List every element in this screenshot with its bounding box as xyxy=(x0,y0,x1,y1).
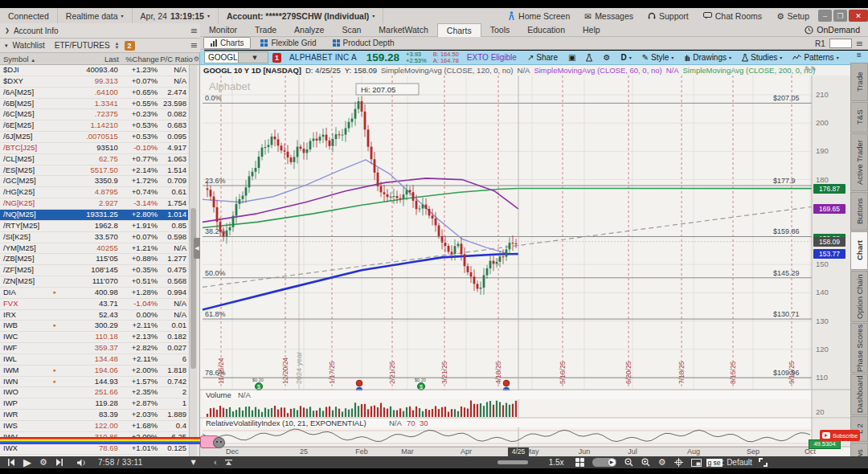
menu-item[interactable]: Education xyxy=(518,23,574,36)
alert-flag-badge[interactable]: 1 xyxy=(272,53,281,63)
menu-item[interactable]: Tools xyxy=(481,23,519,36)
menu-item[interactable]: Help xyxy=(574,23,609,36)
realtime-data-menu[interactable]: Realtime data▾ xyxy=(58,8,133,23)
watchlist-row[interactable]: /ZF[M25] 108'145 +0.35% 0.475 xyxy=(0,265,188,276)
drawings-button[interactable]: Drawings▾ xyxy=(684,53,731,62)
restore-button[interactable]: ❐ xyxy=(833,10,847,22)
watchlist-row[interactable]: /NG[K25] 2.927 -3.14% 1.754 xyxy=(0,198,188,210)
watchlist-row[interactable]: DIA ● 400.98 +1.28% 0.994 xyxy=(0,288,188,299)
scroll-to-latest-icon[interactable] xyxy=(225,460,232,466)
gadget-tab[interactable]: Buttons xyxy=(850,192,868,231)
play-button[interactable]: ▶ xyxy=(23,456,31,468)
menu-item[interactable]: Trade xyxy=(246,23,285,36)
close-button[interactable]: ✕ xyxy=(849,10,868,22)
col-change[interactable]: %Change xyxy=(119,55,159,63)
crosshair-target-icon[interactable] xyxy=(674,458,683,467)
columns-gear-icon[interactable]: ⚙ xyxy=(194,55,199,63)
minimize-button[interactable]: – xyxy=(818,10,832,22)
section-menu-icon[interactable]: ≡ xyxy=(190,26,198,36)
account-info-header[interactable]: ❯ Account Info ≡ xyxy=(0,23,204,39)
menu-item[interactable]: Charts xyxy=(437,23,481,37)
gadget-tab[interactable]: Active Trader xyxy=(850,133,868,191)
timeframe-button[interactable]: D▾ xyxy=(620,53,631,62)
chart-edit-icons[interactable]: ✎✎ xyxy=(805,65,817,73)
watchlist-row[interactable]: /HG[K25] 4.8795 +0.74% 0.61 xyxy=(0,187,188,198)
watchlist-row[interactable]: /NQ[M25] 19331.25 +2.80% 1.014 xyxy=(0,210,188,221)
gadget-tab[interactable]: Option Chain xyxy=(850,271,868,322)
share-button[interactable]: ↗Share xyxy=(527,53,558,62)
chart-hscrollbar[interactable] xyxy=(497,460,528,464)
gadget-tab[interactable]: T&S xyxy=(850,102,868,133)
watchlist-menu-icon[interactable]: ≡ xyxy=(190,40,198,51)
watchlist-row[interactable]: /ZB[M25] 115'05 +0.88% 1.277 xyxy=(0,254,188,265)
sort-spinner-icon[interactable]: ▲▼ xyxy=(115,42,120,50)
watchlist-row[interactable]: IWR 83.39 +2.03% 1.889 xyxy=(0,410,188,421)
watchlist-scrollbar[interactable] xyxy=(189,65,197,468)
menu-item[interactable]: Monitor xyxy=(200,23,246,36)
tab-flexible-grid[interactable]: Flexible Grid xyxy=(254,38,322,48)
watchlist-row[interactable]: IRX 52.43 0.00% N/A xyxy=(0,310,188,321)
fullscreen-icon[interactable] xyxy=(759,458,768,467)
col-last[interactable]: Last xyxy=(48,55,119,63)
zoom-out-icon[interactable] xyxy=(624,458,633,467)
watchlist-row[interactable]: IWO 251.66 +2.35% 2 xyxy=(0,387,188,398)
watchlist-row[interactable]: IWP 119.28 +2.87% 1 xyxy=(0,398,188,410)
watchlist-row[interactable]: /SI[K25] 33.570 +0.07% 0.598 xyxy=(0,232,188,243)
video-scrubber-cat[interactable] xyxy=(200,434,224,448)
symbol-dropdown-icon[interactable]: ▼ xyxy=(238,52,268,63)
symbol-input[interactable]: GOOGL▼ xyxy=(204,51,268,63)
messages-button[interactable]: ✉Messages xyxy=(577,8,641,23)
player-settings-gear-icon[interactable]: ⚙ xyxy=(39,457,47,468)
watchlist-row[interactable]: /6E[M25] 1.14210 +0.53% 0.683 xyxy=(0,121,188,132)
corporate-actions-icon[interactable]: ▣ xyxy=(568,53,575,62)
watchlist-row[interactable]: /CL[M25] 62.75 +0.77% 1.063 xyxy=(0,154,188,165)
watchlist-row[interactable]: /6J[M25] .0070515 +0.53% 0.095 xyxy=(0,132,188,143)
chart-settings-gear-icon[interactable]: ⚙ xyxy=(603,53,610,62)
watchlist-row[interactable]: /GC[M25] 3350.9 +1.72% 0.709 xyxy=(0,176,188,187)
drawing-set-fragment[interactable]: g se xyxy=(706,459,723,467)
autoplay-toggle[interactable]: ▶ xyxy=(592,458,616,467)
tab-charts[interactable]: Charts xyxy=(203,37,251,49)
quick-study-icon[interactable] xyxy=(586,54,592,62)
volume-icon[interactable] xyxy=(77,459,87,467)
watchlist-row[interactable]: IWB ● 300.29 +2.11% 0.01 xyxy=(0,321,188,332)
alert-count-badge[interactable]: 2 xyxy=(125,41,135,51)
video-progress-rainbow[interactable] xyxy=(0,437,203,444)
account-selector[interactable]: Account: *****279SCHW (Individual)▾ xyxy=(219,8,383,23)
watchlist-row[interactable]: /BTC[J25] 93510 -0.10% 4.917 xyxy=(0,143,188,154)
watchlist-row[interactable]: IWC 110.18 +2.13% 0.182 xyxy=(0,332,188,343)
chart-area[interactable]: 210200190180150140130120110202024 year11… xyxy=(200,76,850,456)
menu-item[interactable]: MarketWatch xyxy=(370,23,436,36)
menu-item[interactable]: Analyze xyxy=(285,23,333,36)
chat-rooms-button[interactable]: Chat Rooms xyxy=(696,8,769,23)
subscribe-button[interactable]: Subscribe xyxy=(820,430,860,441)
watchlist-row[interactable]: /RTY[M25] 1962.8 +1.91% 0.85 xyxy=(0,221,188,232)
grid-layout-icon[interactable] xyxy=(575,458,584,467)
watchlist-row[interactable]: /6A[M25] .64100 +0.65% 2.474 xyxy=(0,88,188,99)
layout-menu-icon[interactable]: ≡ xyxy=(856,39,863,49)
watchlist-header[interactable]: ▾ Watchlist ETF/FUTURES ▲▼ 2 ≡ xyxy=(0,39,204,53)
watchlist-row[interactable]: $DXY 99.313 +0.07% N/A xyxy=(0,76,188,88)
watchlist-row[interactable]: IWS 122.00 +1.68% 0.4 xyxy=(0,421,188,432)
watchlist-row[interactable]: FVX 43.71 -1.04% N/A xyxy=(0,299,188,310)
gadget-tab[interactable]: Phase Scores xyxy=(850,323,868,373)
r1-input[interactable] xyxy=(829,39,852,48)
gadget-menu-icon[interactable]: ≡ xyxy=(850,51,868,62)
clock[interactable]: Apr, 2413:19:15▾ xyxy=(133,8,219,23)
setup-button[interactable]: ⚙Setup xyxy=(769,8,817,23)
watchlist-row[interactable]: /YM[M25] 40255 +1.21% N/A xyxy=(0,243,188,255)
watchlist-row[interactable]: /ZN[M25] 111'070 +0.51% 0.568 xyxy=(0,276,188,288)
watchlist-row[interactable]: /6C[M25] .72375 +0.23% 0.082 xyxy=(0,109,188,121)
watchlist-row[interactable]: IWM ● 194.06 +2.00% 1.818 xyxy=(0,366,188,377)
pip-icon[interactable] xyxy=(691,459,702,467)
studies-button[interactable]: Studies▾ xyxy=(742,53,782,62)
playlist-dropdown-icon[interactable]: ▼ xyxy=(191,459,196,466)
watchlist-name[interactable]: ETF/FUTURES xyxy=(55,41,110,50)
tab-product-depth[interactable]: Product Depth xyxy=(326,38,401,48)
prev-frame-button[interactable] xyxy=(8,459,15,466)
zoom-in-icon[interactable] xyxy=(641,458,650,467)
home-screen-button[interactable]: Home Screen xyxy=(501,8,577,23)
next-frame-button[interactable] xyxy=(55,459,63,466)
gadget-tab[interactable]: Trade xyxy=(850,63,868,101)
watchlist-row[interactable]: /ES[M25] 5517.50 +2.14% 1.514 xyxy=(0,165,188,177)
